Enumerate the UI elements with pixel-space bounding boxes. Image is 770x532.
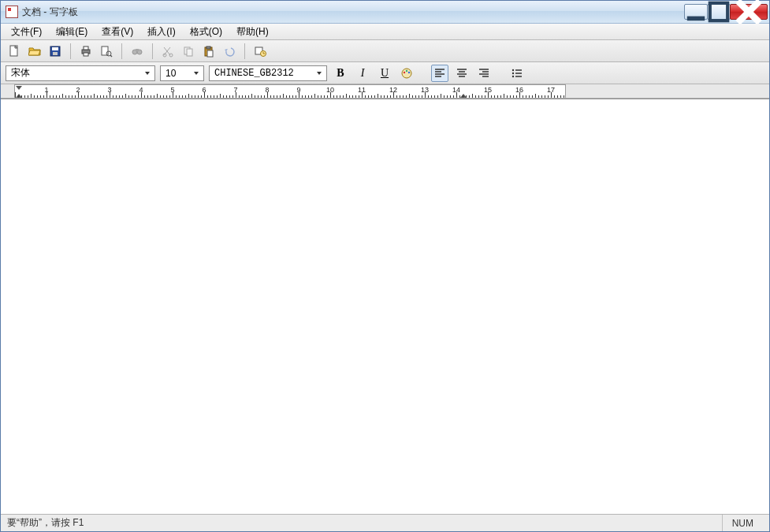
ruler-tick <box>135 95 136 98</box>
ruler-tick <box>239 95 240 98</box>
ruler-tick <box>122 95 123 98</box>
ruler-tick <box>500 95 501 98</box>
ruler-tick <box>119 95 120 98</box>
ruler-tick <box>434 95 435 98</box>
ruler-tick <box>151 95 151 98</box>
document-editor[interactable] <box>1 99 769 514</box>
paste-button[interactable] <box>200 43 218 60</box>
ruler-tick <box>106 95 107 98</box>
ruler-tick <box>305 95 306 98</box>
ruler-tick <box>97 95 98 98</box>
copy-button[interactable] <box>180 43 197 60</box>
ruler-tick <box>34 95 35 98</box>
ruler-tick <box>346 94 347 98</box>
svg-point-27 <box>512 69 514 70</box>
ruler-tick <box>466 95 467 98</box>
ruler-tick <box>207 95 208 98</box>
ruler-tick <box>447 95 448 98</box>
ruler-tick <box>482 95 482 98</box>
new-file-icon <box>8 45 20 58</box>
ruler-tick <box>103 95 104 98</box>
find-button[interactable] <box>128 43 146 60</box>
ruler-tick <box>513 95 514 98</box>
ruler-tick <box>412 95 413 98</box>
font-name-combo[interactable]: 宋体 <box>6 65 155 81</box>
ruler-tick <box>75 95 76 98</box>
ruler-tick <box>210 95 211 98</box>
paste-icon <box>203 45 215 58</box>
ruler-tick <box>365 95 366 98</box>
ruler-tick <box>94 94 95 98</box>
menu-file[interactable]: 文件(F) <box>4 24 49 40</box>
ruler-tick <box>226 95 227 98</box>
ruler-tick <box>15 92 16 98</box>
save-button[interactable] <box>46 43 64 60</box>
charset-combo[interactable]: CHINESE_GB2312 <box>209 65 327 81</box>
menu-insert[interactable]: 插入(I) <box>140 24 182 40</box>
ruler-tick <box>232 95 233 98</box>
font-size-combo[interactable]: 10 <box>160 65 204 81</box>
align-center-icon <box>456 67 468 80</box>
svg-point-29 <box>512 75 514 76</box>
menu-help[interactable]: 帮助(H) <box>229 24 276 40</box>
minimize-button[interactable] <box>684 4 708 20</box>
palette-icon <box>400 67 413 80</box>
ruler-number: 7 <box>233 86 237 94</box>
align-right-icon <box>478 67 490 80</box>
open-folder-icon <box>28 45 41 58</box>
italic-button[interactable]: I <box>354 65 371 82</box>
ruler-tick <box>545 95 545 98</box>
ruler-tick <box>24 95 25 98</box>
ruler-tick <box>56 95 57 98</box>
menu-format[interactable]: 格式(O) <box>183 24 229 40</box>
close-button[interactable] <box>730 4 768 20</box>
open-button[interactable] <box>26 43 43 60</box>
ruler-tick <box>532 95 533 98</box>
maximize-button[interactable] <box>707 4 731 20</box>
ruler-tick <box>40 95 41 98</box>
toolbar-separator <box>244 43 245 59</box>
status-bar: 要“帮助”，请按 F1 NUM <box>1 514 769 531</box>
align-right-button[interactable] <box>475 65 493 82</box>
menu-view[interactable]: 查看(V) <box>95 24 140 40</box>
ruler-tick <box>62 94 63 98</box>
bold-button[interactable]: B <box>332 65 349 82</box>
format-toolbar: 宋体 10 CHINESE_GB2312 B I U <box>1 62 769 84</box>
font-color-button[interactable] <box>398 65 415 82</box>
underline-button[interactable]: U <box>376 65 393 82</box>
ruler-tick <box>381 95 381 98</box>
print-button[interactable] <box>77 43 95 60</box>
ruler-tick <box>355 95 356 98</box>
ruler-tick <box>65 95 66 98</box>
scissors-icon <box>162 45 174 58</box>
ruler-tick <box>185 95 186 98</box>
ruler-number: 13 <box>421 86 429 94</box>
cut-button[interactable] <box>159 43 177 60</box>
window-controls <box>685 4 768 20</box>
ruler-tick <box>308 95 309 98</box>
ruler-tick <box>280 95 281 98</box>
menu-edit[interactable]: 编辑(E) <box>49 24 95 40</box>
undo-button[interactable] <box>221 43 238 60</box>
ruler-tick <box>390 95 391 98</box>
ruler-tick <box>343 95 344 98</box>
ruler-tick <box>258 95 259 98</box>
ruler-tick <box>564 95 564 98</box>
status-numlock: NUM <box>722 515 763 531</box>
align-center-button[interactable] <box>453 65 471 82</box>
print-preview-button[interactable] <box>98 43 115 60</box>
horizontal-ruler[interactable]: 1234567891011121314151617 <box>14 84 566 99</box>
ruler-number: 17 <box>547 86 555 94</box>
new-button[interactable] <box>6 43 23 60</box>
datetime-button[interactable] <box>251 43 269 60</box>
standard-toolbar <box>1 40 769 62</box>
svg-rect-9 <box>102 47 108 55</box>
ruler-tick <box>195 95 195 98</box>
toolbar-separator <box>70 43 71 59</box>
bullets-button[interactable] <box>508 65 526 82</box>
ruler-tick <box>59 95 60 98</box>
ruler-tick <box>18 95 19 98</box>
app-window: 文档 - 写字板 文件(F) 编辑(E) 查看(V) 插入(I) 格式(O) 帮… <box>0 0 770 532</box>
first-line-indent-marker[interactable] <box>16 86 22 90</box>
align-left-button[interactable] <box>431 65 448 82</box>
